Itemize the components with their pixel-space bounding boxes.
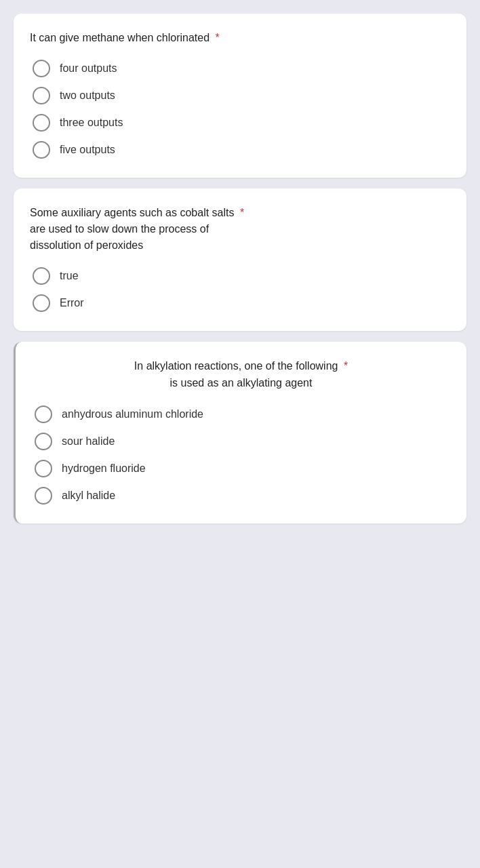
radio-q1-c[interactable] [33,114,50,132]
option-item-q1-c[interactable]: three outputs [33,114,450,132]
radio-q3-c[interactable] [35,460,52,477]
question-card-3: In alkylation reactions, one of the foll… [14,342,466,524]
option-label-q3-b: sour halide [62,435,115,448]
radio-q2-b[interactable] [33,294,50,312]
required-star-3: * [344,360,348,372]
option-item-q2-a[interactable]: true [33,267,450,285]
question-text-1: It can give methane when chlorinated * [30,30,450,46]
radio-q2-a[interactable] [33,267,50,285]
option-label-q1-a: four outputs [60,62,117,75]
radio-q1-a[interactable] [33,60,50,77]
question-text-3: In alkylation reactions, one of the foll… [32,358,450,392]
option-item-q3-c[interactable]: hydrogen fluoride [35,460,450,477]
radio-q1-d[interactable] [33,141,50,159]
option-label-q2-a: true [60,270,79,282]
radio-q3-d[interactable] [35,487,52,505]
options-list-3: anhydrous aluminum chloride sour halide … [32,406,450,505]
option-item-q1-a[interactable]: four outputs [33,60,450,77]
option-label-q3-a: anhydrous aluminum chloride [62,408,203,420]
required-star-2: * [240,207,244,218]
options-list-1: four outputs two outputs three outputs f… [30,60,450,159]
option-label-q1-d: five outputs [60,144,115,156]
question-card-1: It can give methane when chlorinated * f… [14,14,466,178]
option-item-q3-a[interactable]: anhydrous aluminum chloride [35,406,450,423]
option-label-q1-b: two outputs [60,90,115,102]
question-card-2: Some auxiliary agents such as cobalt sal… [14,189,466,331]
option-label-q3-d: alkyl halide [62,490,115,502]
radio-q3-b[interactable] [35,433,52,450]
option-label-q2-b: Error [60,297,84,309]
option-label-q1-c: three outputs [60,117,123,129]
option-item-q3-b[interactable]: sour halide [35,433,450,450]
option-item-q1-b[interactable]: two outputs [33,87,450,104]
question-text-2: Some auxiliary agents such as cobalt sal… [30,205,450,254]
required-star-1: * [216,32,220,43]
options-list-2: true Error [30,267,450,312]
option-item-q1-d[interactable]: five outputs [33,141,450,159]
radio-q1-b[interactable] [33,87,50,104]
option-label-q3-c: hydrogen fluoride [62,462,146,475]
option-item-q2-b[interactable]: Error [33,294,450,312]
radio-q3-a[interactable] [35,406,52,423]
option-item-q3-d[interactable]: alkyl halide [35,487,450,505]
